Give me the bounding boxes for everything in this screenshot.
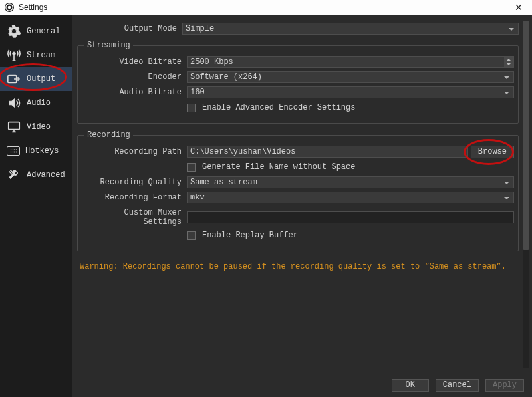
- sidebar-item-video[interactable]: Video: [0, 115, 72, 139]
- sidebar-item-output[interactable]: Output: [0, 67, 72, 91]
- audio-bitrate-value: 160: [190, 88, 205, 97]
- sidebar-item-label: Hotkeys: [25, 146, 59, 156]
- sidebar-item-general[interactable]: General: [0, 19, 72, 43]
- warning-text: Warning: Recordings cannot be paused if …: [77, 258, 519, 274]
- gen-filename-label: Generate File Name without Space: [202, 162, 355, 172]
- video-bitrate-value: 2500 Kbps: [190, 57, 233, 66]
- sidebar: General Stream Output Audio Video: [0, 15, 72, 397]
- sidebar-item-label: Video: [27, 122, 51, 132]
- cancel-button[interactable]: Cancel: [436, 379, 479, 392]
- video-bitrate-label: Video Bitrate: [82, 57, 187, 66]
- keyboard-icon: ∷∷: [7, 146, 20, 156]
- sidebar-item-advanced[interactable]: Advanced: [0, 163, 72, 187]
- recording-legend: Recording: [84, 130, 133, 140]
- scrollbar[interactable]: [523, 21, 529, 368]
- close-button[interactable]: ✕: [505, 0, 532, 15]
- replay-buffer-checkbox[interactable]: [187, 231, 196, 240]
- svg-rect-5: [9, 122, 20, 130]
- enable-advanced-label: Enable Advanced Encoder Settings: [202, 103, 355, 112]
- browse-button[interactable]: Browse: [471, 146, 514, 158]
- dialog-footer: OK Cancel Apply: [72, 373, 532, 397]
- main-panel: Output Mode Simple Streaming Video Bitra…: [72, 15, 532, 397]
- sidebar-item-label: Audio: [27, 98, 51, 108]
- apply-label: Apply: [493, 380, 517, 390]
- recording-format-value: mkv: [190, 193, 205, 202]
- ok-label: OK: [406, 380, 415, 390]
- encoder-label: Encoder: [82, 72, 187, 82]
- recording-format-label: Recording Format: [82, 193, 187, 202]
- recording-path-value: C:\Users\yushan\Videos: [190, 147, 295, 156]
- window-title: Settings: [19, 3, 505, 12]
- replay-buffer-label: Enable Replay Buffer: [202, 231, 298, 240]
- svg-point-2: [8, 6, 11, 9]
- spin-down[interactable]: [504, 62, 513, 67]
- output-mode-value: Simple: [186, 24, 214, 33]
- encoder-value: Software (x264): [190, 72, 262, 82]
- sidebar-item-label: Output: [27, 74, 55, 84]
- audio-bitrate-label: Audio Bitrate: [82, 88, 187, 97]
- browse-label: Browse: [478, 147, 507, 156]
- apply-button[interactable]: Apply: [485, 379, 524, 392]
- sidebar-item-label: General: [27, 27, 60, 36]
- enable-advanced-checkbox[interactable]: [187, 104, 196, 112]
- encoder-dropdown[interactable]: Software (x264): [187, 71, 514, 83]
- app-icon: [4, 2, 15, 13]
- tools-icon: [7, 168, 21, 182]
- sidebar-item-audio[interactable]: Audio: [0, 91, 72, 115]
- audio-bitrate-dropdown[interactable]: 160: [187, 86, 514, 98]
- gen-filename-checkbox[interactable]: [187, 163, 196, 172]
- monitor-icon: [7, 120, 21, 134]
- broadcast-icon: [7, 48, 21, 63]
- streaming-group: Streaming Video Bitrate 2500 Kbps Encode…: [77, 41, 519, 124]
- streaming-legend: Streaming: [84, 41, 133, 50]
- scrollbar-thumb[interactable]: [523, 21, 529, 250]
- recording-group: Recording Recording Path C:\Users\yushan…: [77, 130, 519, 251]
- recording-quality-label: Recording Quality: [82, 178, 187, 187]
- speaker-icon: [7, 96, 21, 110]
- custom-muxer-label: Custom Muxer Settings: [82, 208, 187, 227]
- gear-icon: [7, 24, 21, 39]
- output-mode-dropdown[interactable]: Simple: [182, 23, 519, 35]
- sidebar-item-label: Advanced: [27, 170, 65, 180]
- sidebar-item-stream[interactable]: Stream: [0, 43, 72, 67]
- cancel-label: Cancel: [443, 380, 471, 390]
- recording-path-label: Recording Path: [82, 147, 187, 156]
- recording-path-input[interactable]: C:\Users\yushan\Videos: [187, 146, 468, 158]
- output-mode-label: Output Mode: [77, 24, 182, 33]
- svg-point-3: [13, 52, 16, 55]
- sidebar-item-label: Stream: [27, 51, 55, 60]
- output-icon: [7, 72, 21, 86]
- video-bitrate-spinner[interactable]: 2500 Kbps: [187, 56, 514, 68]
- recording-quality-value: Same as stream: [190, 178, 257, 187]
- sidebar-item-hotkeys[interactable]: ∷∷ Hotkeys: [0, 139, 72, 163]
- custom-muxer-input[interactable]: [187, 211, 514, 223]
- spin-up[interactable]: [504, 57, 513, 62]
- recording-format-dropdown[interactable]: mkv: [187, 192, 514, 203]
- ok-button[interactable]: OK: [392, 379, 429, 392]
- recording-quality-dropdown[interactable]: Same as stream: [187, 176, 514, 188]
- title-bar: Settings ✕: [0, 0, 532, 15]
